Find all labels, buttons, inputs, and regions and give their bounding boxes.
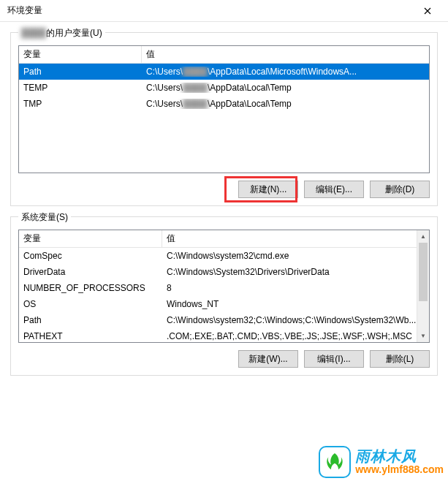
cell-value: Windows_NT bbox=[162, 299, 417, 309]
cell-name: TMP bbox=[19, 99, 142, 109]
column-header-value[interactable]: 值 bbox=[162, 230, 429, 247]
close-icon bbox=[424, 7, 431, 15]
cell-value: C:\Users\████\AppData\Local\Temp bbox=[142, 83, 429, 93]
cell-value: C:\Windows\system32;C:\Windows;C:\Window… bbox=[162, 315, 417, 325]
table-row[interactable]: TMPC:\Users\████\AppData\Local\Temp bbox=[19, 96, 429, 112]
cell-name: ComSpec bbox=[19, 251, 162, 261]
window-title: 环境变量 bbox=[7, 4, 42, 17]
cell-name: OS bbox=[19, 299, 162, 309]
watermark-url: www.ylmf888.com bbox=[355, 464, 444, 475]
system-variables-group: 系统变量(S) 变量 值 ComSpecC:\Windows\system32\… bbox=[10, 216, 438, 376]
table-header: 变量 值 bbox=[19, 46, 429, 64]
cell-name: Path bbox=[19, 315, 162, 325]
watermark-logo-icon bbox=[319, 446, 351, 478]
table-row[interactable]: PATHEXT.COM;.EXE;.BAT;.CMD;.VBS;.VBE;.JS… bbox=[19, 328, 417, 343]
watermark-brand: 雨林木风 bbox=[355, 448, 444, 464]
system-delete-button[interactable]: 删除(L) bbox=[370, 350, 430, 368]
column-header-name[interactable]: 变量 bbox=[19, 46, 142, 63]
user-edit-button[interactable]: 编辑(E)... bbox=[304, 181, 364, 198]
system-variables-legend: 系统变量(S) bbox=[18, 211, 71, 224]
user-variables-group: ████的用户变量(U) 变量 值 PathC:\Users\████\AppD… bbox=[10, 32, 438, 206]
close-button[interactable] bbox=[413, 1, 442, 21]
user-variables-legend: ████的用户变量(U) bbox=[18, 27, 105, 39]
user-delete-button[interactable]: 删除(D) bbox=[370, 181, 430, 198]
table-row[interactable]: DriverDataC:\Windows\System32\Drivers\Dr… bbox=[19, 264, 417, 280]
scroll-up-button[interactable]: ▲ bbox=[417, 230, 429, 243]
watermark: 雨林木风 www.ylmf888.com bbox=[319, 446, 444, 478]
table-row[interactable]: ComSpecC:\Windows\system32\cmd.exe bbox=[19, 248, 417, 264]
cell-value: .COM;.EXE;.BAT;.CMD;.VBS;.VBE;.JS;.JSE;.… bbox=[162, 331, 417, 341]
cell-name: NUMBER_OF_PROCESSORS bbox=[19, 283, 162, 293]
cell-name: DriverData bbox=[19, 267, 162, 277]
table-row[interactable]: TEMPC:\Users\████\AppData\Local\Temp bbox=[19, 80, 429, 96]
table-row[interactable]: PathC:\Windows\system32;C:\Windows;C:\Wi… bbox=[19, 312, 417, 328]
cell-value: C:\Windows\System32\Drivers\DriverData bbox=[162, 267, 417, 277]
cell-name: TEMP bbox=[19, 83, 142, 93]
scroll-track[interactable] bbox=[417, 243, 429, 330]
scrollbar[interactable]: ▲ ▼ bbox=[417, 230, 429, 342]
system-new-button[interactable]: 新建(W)... bbox=[238, 350, 298, 368]
cell-value: C:\Users\████\AppData\Local\Microsoft\Wi… bbox=[142, 67, 429, 77]
cell-value: 8 bbox=[162, 283, 417, 293]
scroll-thumb[interactable] bbox=[419, 243, 428, 301]
user-variables-table[interactable]: 变量 值 PathC:\Users\████\AppData\Local\Mic… bbox=[18, 45, 430, 173]
user-buttons-row: 新建(N)... 编辑(E)... 删除(D) bbox=[18, 181, 430, 198]
column-header-name[interactable]: 变量 bbox=[19, 230, 162, 247]
titlebar: 环境变量 bbox=[0, 0, 448, 22]
watermark-text: 雨林木风 www.ylmf888.com bbox=[355, 448, 444, 475]
system-buttons-row: 新建(W)... 编辑(I)... 删除(L) bbox=[18, 350, 430, 368]
system-edit-button[interactable]: 编辑(I)... bbox=[304, 350, 364, 368]
cell-value: C:\Windows\system32\cmd.exe bbox=[162, 251, 417, 261]
scroll-down-button[interactable]: ▼ bbox=[417, 330, 429, 342]
cell-name: PATHEXT bbox=[19, 331, 162, 341]
cell-name: Path bbox=[19, 67, 142, 77]
table-header: 变量 值 bbox=[19, 230, 429, 248]
column-header-value[interactable]: 值 bbox=[142, 46, 429, 63]
cell-value: C:\Users\████\AppData\Local\Temp bbox=[142, 99, 429, 109]
table-row[interactable]: PathC:\Users\████\AppData\Local\Microsof… bbox=[19, 64, 429, 80]
user-new-button[interactable]: 新建(N)... bbox=[238, 181, 298, 198]
table-row[interactable]: NUMBER_OF_PROCESSORS8 bbox=[19, 280, 417, 296]
legend-hidden-username: ████ bbox=[21, 28, 46, 38]
system-variables-table[interactable]: 变量 值 ComSpecC:\Windows\system32\cmd.exeD… bbox=[18, 230, 430, 343]
table-row[interactable]: OSWindows_NT bbox=[19, 296, 417, 312]
